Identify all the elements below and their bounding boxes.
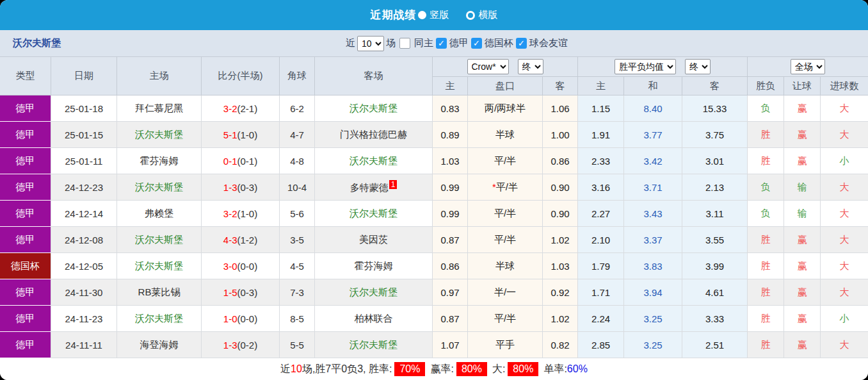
away-team[interactable]: 沃尔夫斯堡 xyxy=(315,279,433,306)
avg-home-odds: 1.79 xyxy=(578,253,624,279)
handicap-line: 平/半 xyxy=(468,148,543,174)
home-team[interactable]: 沃尔夫斯堡 xyxy=(117,122,202,148)
match-date: 24-11-23 xyxy=(51,306,117,332)
avg-type-select[interactable]: 胜平负均值 xyxy=(615,59,676,74)
corners-cell: 4-7 xyxy=(280,122,315,148)
away-handicap-odds: 1.06 xyxy=(543,95,578,122)
home-handicap-odds: 0.87 xyxy=(433,227,468,253)
match-date: 24-12-05 xyxy=(51,253,117,279)
big-rate-label: 大: xyxy=(492,363,505,376)
home-handicap-odds: 0.87 xyxy=(433,306,468,332)
vertical-layout-radio[interactable] xyxy=(418,11,426,19)
avg-away-odds: 2.13 xyxy=(682,174,748,201)
away-team[interactable]: 柏林联合 xyxy=(315,306,433,332)
avg-home-odds: 2.85 xyxy=(578,332,624,358)
handicap-outcome: 赢 xyxy=(784,148,821,174)
results-table: 类型 日期 主场 比分(半场) 角球 客场 Crow* 终 胜平负均值 终 xyxy=(0,57,868,358)
home-team[interactable]: 弗赖堡 xyxy=(117,201,202,227)
home-team[interactable]: RB莱比锡 xyxy=(117,279,202,306)
away-team[interactable]: 美因茨 xyxy=(315,227,433,253)
outcome-group: 全场 xyxy=(748,57,868,77)
score-cell: 3-0(0-0) xyxy=(202,253,280,279)
avg-draw-odds: 3.42 xyxy=(624,148,682,174)
avg-draw-odds: 3.43 xyxy=(624,201,682,227)
away-team[interactable]: 沃尔夫斯堡 xyxy=(315,95,433,122)
home-team[interactable]: 海登海姆 xyxy=(117,332,202,358)
away-handicap-odds: 1.03 xyxy=(543,253,578,279)
away-handicap-odds: 0.90 xyxy=(543,201,578,227)
league-type-badge: 德甲 xyxy=(0,332,51,358)
corners-cell: 4-8 xyxy=(280,148,315,174)
league-bundesliga-label[interactable]: 德甲 xyxy=(449,37,469,49)
league-type-badge: 德国杯 xyxy=(0,253,51,279)
avg-away-odds: 15.33 xyxy=(682,95,748,122)
away-team[interactable]: 沃尔夫斯堡 xyxy=(315,148,433,174)
same-home-label[interactable]: 同主 xyxy=(414,37,433,49)
same-home-checkbox[interactable] xyxy=(399,38,410,49)
summary-footer: 近10场,胜7平0负3, 胜率: 70% 赢率: 80% 大: 80% 单率: … xyxy=(0,358,868,380)
league-bundesliga-checkbox[interactable]: ✓ xyxy=(436,38,447,49)
odds-time-select[interactable]: 终 xyxy=(518,59,543,74)
panel-title: 近期战绩 xyxy=(371,8,417,22)
footer-count: 10 xyxy=(291,363,302,375)
match-count-select[interactable]: 10 xyxy=(357,36,384,51)
topbar: 近期战绩 竖版 横版 xyxy=(0,0,868,30)
away-team[interactable]: 多特蒙德1 xyxy=(315,174,433,201)
league-type-badge: 德甲 xyxy=(0,279,51,306)
vertical-layout-label[interactable]: 竖版 xyxy=(430,9,449,21)
home-handicap-odds: 0.99 xyxy=(433,174,468,201)
home-team[interactable]: 霍芬海姆 xyxy=(117,148,202,174)
handicap-outcome: 赢 xyxy=(784,306,821,332)
home-team[interactable]: 沃尔夫斯堡 xyxy=(117,174,202,201)
away-team[interactable]: 沃尔夫斯堡 xyxy=(315,332,433,358)
league-dfb-pokal-label[interactable]: 德国杯 xyxy=(485,37,513,49)
result-outcome: 负 xyxy=(748,95,784,122)
match-date: 25-01-18 xyxy=(51,95,117,122)
handicap-line: 两/两球半 xyxy=(468,95,543,122)
league-club-friendly-checkbox[interactable]: ✓ xyxy=(516,38,527,49)
home-handicap-odds: 0.86 xyxy=(433,253,468,279)
match-row: 德甲24-11-30RB莱比锡1-5(0-3)7-3沃尔夫斯堡0.97半/一0.… xyxy=(0,279,868,306)
home-handicap-odds: 0.99 xyxy=(433,201,468,227)
home-handicap-odds: 0.83 xyxy=(433,95,468,122)
avg-time-select[interactable]: 终 xyxy=(685,59,711,74)
handicap-outcome: 输 xyxy=(784,174,821,201)
match-date: 25-01-15 xyxy=(51,122,117,148)
odds-source-select[interactable]: Crow* xyxy=(467,59,509,74)
home-team[interactable]: 沃尔夫斯堡 xyxy=(117,253,202,279)
match-row: 德国杯24-12-05沃尔夫斯堡3-0(0-0)4-5霍芬海姆0.86半球1.0… xyxy=(0,253,868,279)
league-club-friendly-label[interactable]: 球会友谊 xyxy=(529,37,568,49)
avg-home-odds: 2.24 xyxy=(578,306,624,332)
away-handicap-odds: 0.82 xyxy=(543,332,578,358)
win-rate-badge: 70% xyxy=(394,362,425,376)
handicap-line: 半球 xyxy=(468,122,543,148)
match-row: 德甲24-11-23沃尔夫斯堡1-0(0-0)8-5柏林联合0.87平/半1.0… xyxy=(0,306,868,332)
match-date: 24-11-30 xyxy=(51,279,117,306)
col-corners: 角球 xyxy=(280,57,315,95)
team-name-link[interactable]: 沃尔夫斯堡 xyxy=(13,37,61,49)
match-date: 24-12-14 xyxy=(51,201,117,227)
avg-draw-odds: 3.25 xyxy=(624,306,682,332)
home-team[interactable]: 沃尔夫斯堡 xyxy=(117,306,202,332)
score-cell: 4-3(1-2) xyxy=(202,227,280,253)
home-handicap-odds: 1.07 xyxy=(433,332,468,358)
scope-select[interactable]: 全场 xyxy=(791,59,825,74)
horizontal-layout-radio[interactable] xyxy=(466,11,475,20)
score-cell: 5-1(1-0) xyxy=(202,122,280,148)
away-team[interactable]: 门兴格拉德巴赫 xyxy=(315,122,433,148)
away-team[interactable]: 霍芬海姆 xyxy=(315,253,433,279)
handicap-outcome: 赢 xyxy=(784,253,821,279)
avg-home-odds: 3.16 xyxy=(578,174,624,201)
match-date: 25-01-11 xyxy=(51,148,117,174)
col-home: 主场 xyxy=(117,57,202,95)
away-team[interactable]: 沃尔夫斯堡 xyxy=(315,201,433,227)
home-team[interactable]: 沃尔夫斯堡 xyxy=(117,227,202,253)
avg-draw-odds: 3.83 xyxy=(624,253,682,279)
avg-home-odds: 1.15 xyxy=(578,95,624,122)
score-cell: 3-2(2-1) xyxy=(202,95,280,122)
league-type-badge: 德甲 xyxy=(0,122,51,148)
league-dfb-pokal-checkbox[interactable]: ✓ xyxy=(471,38,482,49)
match-date: 24-12-23 xyxy=(51,174,117,201)
home-team[interactable]: 拜仁慕尼黑 xyxy=(117,95,202,122)
horizontal-layout-label[interactable]: 横版 xyxy=(479,9,498,21)
